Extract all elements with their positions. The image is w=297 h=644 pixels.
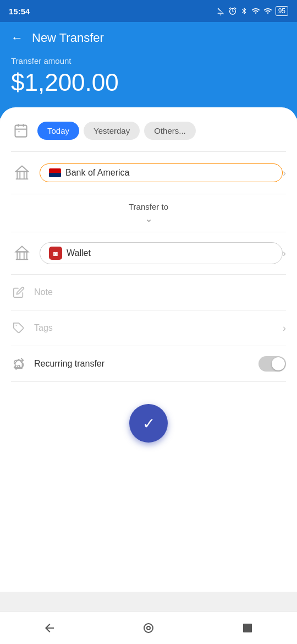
to-wallet-row[interactable]: ◙ Wallet › xyxy=(11,232,286,275)
svg-rect-13 xyxy=(243,624,252,632)
bank-building-icon xyxy=(11,162,33,184)
others-button[interactable]: Others... xyxy=(144,122,196,140)
wallet-building-icon xyxy=(11,242,33,264)
to-wallet-chevron-icon: › xyxy=(283,248,286,259)
status-bar: 15:54 95 xyxy=(0,0,297,22)
nav-stop-button[interactable] xyxy=(234,614,261,642)
nav-home-button[interactable] xyxy=(135,614,162,642)
recurring-toggle[interactable] xyxy=(258,356,286,372)
svg-rect-0 xyxy=(15,125,27,137)
recurring-transfer-label: Recurring transfer xyxy=(34,359,251,369)
main-card: Today Yesterday Others... Bank of Americ… xyxy=(0,107,297,592)
from-bank-row[interactable]: Bank of America › xyxy=(11,152,286,194)
wallet-badge-icon: ◙ xyxy=(49,247,62,260)
svg-marker-6 xyxy=(16,166,29,172)
calendar-icon xyxy=(11,121,31,140)
from-bank-chevron-icon: › xyxy=(283,167,286,179)
notification-off-icon xyxy=(216,7,225,15)
svg-point-12 xyxy=(147,626,150,630)
wallet-pill[interactable]: ◙ Wallet xyxy=(40,242,283,264)
tags-row[interactable]: Tags › xyxy=(11,310,286,346)
date-buttons: Today Yesterday Others... xyxy=(37,122,196,140)
bottom-navigation xyxy=(0,611,297,644)
bank-name: Bank of America xyxy=(65,168,130,178)
battery-level: 95 xyxy=(276,6,288,16)
wifi-icon xyxy=(263,7,272,15)
bank-flag-icon xyxy=(49,168,61,177)
wallet-label: Wallet xyxy=(67,248,91,258)
yesterday-button[interactable]: Yesterday xyxy=(84,122,140,140)
status-icons: 95 xyxy=(216,6,288,16)
header-nav: ← New Transfer xyxy=(11,31,286,45)
recurring-transfer-row: Recurring transfer xyxy=(11,346,286,382)
tag-icon xyxy=(11,320,26,336)
signal-icon xyxy=(251,7,260,15)
toggle-knob xyxy=(272,357,285,370)
checkmark-icon: ✓ xyxy=(142,414,155,433)
date-selector-row: Today Yesterday Others... xyxy=(11,121,286,152)
tags-placeholder[interactable]: Tags xyxy=(34,323,275,333)
confirm-transfer-button[interactable]: ✓ xyxy=(129,404,168,443)
header: ← New Transfer Transfer amount $1,200.00 xyxy=(0,22,297,118)
transfer-amount-label: Transfer amount xyxy=(11,56,286,66)
pencil-icon xyxy=(11,285,26,300)
back-button[interactable]: ← xyxy=(11,31,23,45)
bank-of-america-pill[interactable]: Bank of America xyxy=(40,163,283,182)
fab-container: ✓ xyxy=(11,382,286,454)
alarm-icon xyxy=(228,7,237,15)
transfer-to-row[interactable]: Transfer to ⌄ xyxy=(11,194,286,232)
nav-back-button[interactable] xyxy=(36,614,63,642)
transfer-to-chevron-down-icon: ⌄ xyxy=(145,214,152,224)
transfer-amount-value: $1,200.00 xyxy=(11,69,286,96)
tags-chevron-icon: › xyxy=(283,323,286,334)
note-row[interactable]: Note xyxy=(11,275,286,310)
today-button[interactable]: Today xyxy=(37,122,79,140)
recurring-icon xyxy=(11,356,26,372)
transfer-to-label: Transfer to xyxy=(129,202,168,211)
svg-point-11 xyxy=(144,624,153,632)
status-time: 15:54 xyxy=(9,7,30,16)
page-title: New Transfer xyxy=(32,31,104,45)
note-placeholder[interactable]: Note xyxy=(34,287,53,297)
svg-marker-9 xyxy=(16,247,29,252)
bluetooth-icon xyxy=(240,7,248,15)
